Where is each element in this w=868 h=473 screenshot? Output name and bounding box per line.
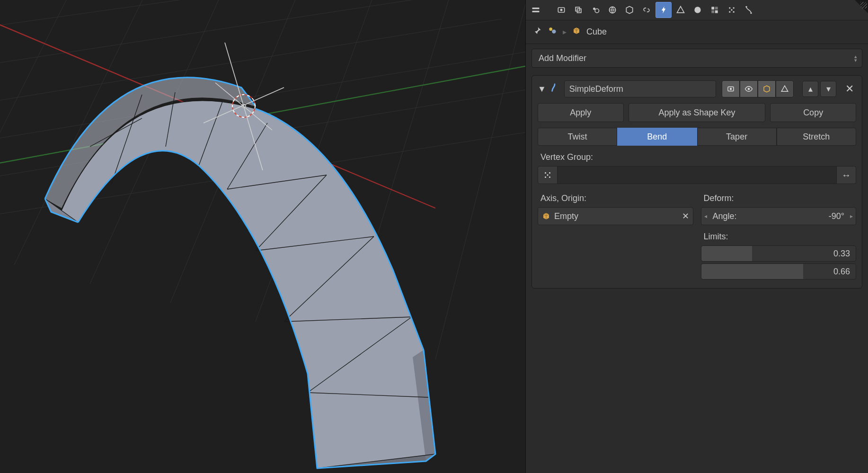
- svg-point-43: [694, 7, 700, 13]
- limit-lower-slider[interactable]: 0.33: [701, 245, 857, 262]
- mode-twist[interactable]: Twist: [538, 128, 617, 146]
- svg-rect-35: [532, 11, 540, 12]
- svg-point-50: [729, 11, 730, 13]
- decrement-icon[interactable]: ◂: [704, 213, 707, 219]
- constraints-tab-icon[interactable]: [638, 2, 655, 18]
- move-modifier-down[interactable]: ▾: [820, 81, 836, 97]
- origin-object-name: Empty: [554, 211, 578, 221]
- deform-label: Deform:: [704, 193, 856, 203]
- angle-label: Angle:: [713, 211, 737, 221]
- context-breadcrumb: ▸ Cube: [526, 20, 868, 44]
- modifier-simpledeform: ▼ SimpleDeform ▴ ▾ ✕: [531, 75, 862, 289]
- render-tab-icon[interactable]: [553, 2, 569, 18]
- svg-point-41: [595, 9, 599, 13]
- render-layers-tab-icon[interactable]: [570, 2, 586, 18]
- expand-toggle-icon[interactable]: ▼: [538, 84, 546, 94]
- svg-point-64: [547, 175, 549, 176]
- object-cube-icon: [572, 26, 581, 37]
- apply-button[interactable]: Apply: [538, 103, 624, 122]
- limits-label: Limits:: [704, 232, 856, 242]
- svg-rect-34: [532, 8, 540, 9]
- scene-tab-icon[interactable]: [587, 2, 603, 18]
- show-viewport-toggle[interactable]: [740, 80, 758, 97]
- pin-icon[interactable]: [532, 26, 542, 38]
- svg-point-61: [549, 172, 550, 174]
- 3d-viewport[interactable]: [0, 0, 525, 473]
- angle-value: -90°: [829, 211, 844, 221]
- svg-rect-46: [711, 10, 714, 13]
- limit-lower-value: 0.33: [833, 249, 850, 259]
- svg-point-51: [733, 11, 735, 13]
- svg-line-12: [435, 0, 525, 359]
- increment-icon[interactable]: ▸: [850, 213, 853, 219]
- mode-taper[interactable]: Taper: [697, 128, 777, 146]
- modifier-visibility-toggles: [722, 80, 794, 97]
- mode-stretch[interactable]: Stretch: [777, 128, 856, 146]
- modifier-action-row: Apply Apply as Shape Key Copy: [538, 103, 856, 122]
- dropdown-arrows-icon: ▴▾: [854, 54, 857, 62]
- app-root: ▸ Cube Add Modifier ▴▾ ▼ SimpleDeform: [0, 0, 868, 473]
- show-editmode-toggle[interactable]: [758, 80, 776, 97]
- axis-origin-label: Axis, Origin:: [540, 193, 692, 203]
- scene-icon[interactable]: [548, 26, 557, 38]
- clear-origin-icon[interactable]: ✕: [682, 211, 689, 221]
- svg-point-48: [729, 7, 730, 9]
- vertex-group-picker-icon[interactable]: [538, 166, 558, 184]
- move-modifier-up[interactable]: ▴: [802, 81, 818, 97]
- svg-line-2: [0, 19, 502, 104]
- breadcrumb-separator-icon: ▸: [563, 27, 567, 36]
- apply-shape-key-button[interactable]: Apply as Shape Key: [629, 103, 766, 122]
- object-data-tab-icon[interactable]: [673, 2, 689, 18]
- svg-point-49: [733, 7, 735, 9]
- particles-tab-icon[interactable]: [724, 2, 740, 18]
- limit-upper-fill: [701, 264, 803, 279]
- modifier-name-text: SimpleDeform: [569, 84, 623, 94]
- svg-point-56: [552, 30, 556, 34]
- object-tab-icon[interactable]: [621, 2, 638, 18]
- limit-upper-slider[interactable]: 0.66: [701, 263, 857, 280]
- svg-point-62: [545, 176, 546, 178]
- vertex-group-field[interactable]: [558, 166, 837, 184]
- svg-rect-45: [715, 7, 718, 9]
- svg-point-37: [560, 9, 563, 11]
- bent-mesh[interactable]: [45, 78, 435, 468]
- show-render-toggle[interactable]: [722, 80, 740, 97]
- editor-type-icon[interactable]: [529, 3, 543, 17]
- limit-lower-fill: [701, 246, 753, 261]
- show-cage-toggle[interactable]: [776, 80, 794, 97]
- add-modifier-label: Add Modifier: [539, 53, 586, 63]
- vertex-group-label: Vertex Group:: [540, 152, 855, 162]
- area-corner-drag[interactable]: [855, 0, 868, 13]
- svg-point-55: [549, 27, 552, 31]
- svg-point-63: [549, 176, 550, 178]
- origin-object-field[interactable]: Empty ✕: [538, 207, 693, 225]
- mode-bend[interactable]: Bend: [617, 128, 697, 146]
- add-modifier-dropdown[interactable]: Add Modifier ▴▾: [531, 49, 862, 68]
- svg-point-59: [748, 88, 750, 90]
- svg-point-52: [731, 9, 732, 10]
- material-tab-icon[interactable]: [690, 2, 706, 18]
- modifiers-tab-icon[interactable]: [655, 2, 672, 18]
- vertex-group-row: ↔: [538, 166, 856, 184]
- modifier-name-input[interactable]: SimpleDeform: [564, 80, 716, 97]
- physics-tab-icon[interactable]: [741, 2, 757, 18]
- svg-rect-47: [715, 10, 718, 13]
- delete-modifier-button[interactable]: ✕: [843, 82, 856, 96]
- simpledeform-icon: [550, 83, 560, 96]
- svg-point-58: [730, 88, 732, 90]
- texture-tab-icon[interactable]: [707, 2, 723, 18]
- svg-point-53: [745, 6, 747, 8]
- angle-field[interactable]: ◂ Angle: -90° ▸: [701, 207, 857, 225]
- svg-rect-44: [711, 7, 714, 9]
- vertex-group-invert-icon[interactable]: ↔: [837, 166, 856, 184]
- properties-panel: ▸ Cube Add Modifier ▴▾ ▼ SimpleDeform: [525, 0, 868, 473]
- deform-mode-segmented: Twist Bend Taper Stretch: [538, 128, 856, 146]
- world-tab-icon[interactable]: [604, 2, 620, 18]
- copy-button[interactable]: Copy: [770, 103, 856, 122]
- limit-upper-value: 0.66: [833, 267, 850, 277]
- breadcrumb-object-name: Cube: [586, 27, 607, 37]
- properties-tab-strip: [526, 0, 868, 20]
- viewport-canvas: [0, 0, 525, 473]
- modifier-header: ▼ SimpleDeform ▴ ▾ ✕: [538, 80, 856, 97]
- svg-line-1: [0, 0, 473, 66]
